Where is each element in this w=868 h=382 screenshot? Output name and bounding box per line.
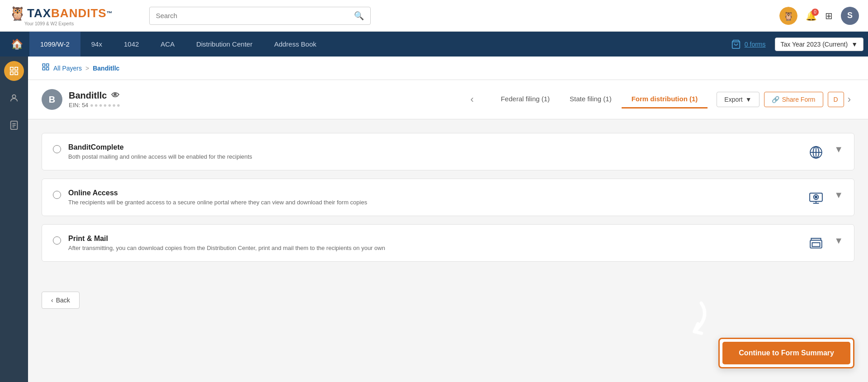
- continue-form-summary-button[interactable]: Continue to Form Summary: [722, 342, 850, 364]
- notification-badge: 0: [811, 9, 819, 16]
- svg-point-24: [815, 196, 817, 198]
- banditcomplete-expand-button[interactable]: ▼: [834, 144, 843, 155]
- breadcrumb-current: Banditllc: [93, 65, 119, 72]
- svg-rect-6: [15, 72, 18, 75]
- top-right-actions: 🦉 🔔 0 ⊞ S: [779, 7, 859, 25]
- nav-item-aca[interactable]: ACA: [150, 32, 185, 57]
- nav-home-button[interactable]: 🏠: [5, 32, 29, 57]
- dist-option-print-mail: Print & Mail After transmitting, you can…: [42, 224, 854, 262]
- nav-item-94x[interactable]: 94x: [80, 32, 113, 57]
- print-mail-radio[interactable]: [53, 236, 61, 245]
- navigation-bar: 🏠 1099/W-2 94x 1042 ACA Distribution Cen…: [0, 32, 868, 57]
- continue-form-summary-area: Continue to Form Summary: [718, 338, 854, 368]
- sidebar: [0, 57, 28, 382]
- svg-rect-14: [42, 68, 45, 70]
- payer-name: Banditllc 👁: [69, 90, 467, 101]
- svg-rect-13: [47, 64, 49, 66]
- svg-rect-5: [10, 72, 13, 75]
- next-arrow-button[interactable]: ›: [844, 92, 854, 107]
- print-mail-title: Print & Mail: [68, 235, 802, 243]
- breadcrumb-icon: [42, 63, 50, 73]
- distribution-content: BanditComplete Both postal mailing and o…: [28, 119, 868, 283]
- sidebar-item-dashboard[interactable]: [4, 61, 24, 81]
- online-access-expand-button[interactable]: ▼: [834, 190, 843, 200]
- payer-info: Banditllc 👁 EIN: 54 ●●●●●●●: [69, 90, 467, 108]
- back-arrow-icon: ‹: [51, 297, 53, 304]
- share-icon: 🔗: [772, 96, 779, 103]
- breadcrumb-all-payers[interactable]: All Payers: [53, 65, 82, 72]
- avatar[interactable]: S: [841, 7, 859, 25]
- print-mail-desc: After transmitting, you can download cop…: [68, 245, 802, 251]
- print-mail-icon: [809, 236, 823, 251]
- nav-item-distribution[interactable]: Distribution Center: [185, 32, 263, 57]
- sidebar-item-docs[interactable]: [4, 115, 24, 135]
- banditcomplete-radio[interactable]: [53, 145, 61, 153]
- main-content: All Payers > Banditllc B Banditllc 👁 EIN…: [28, 57, 868, 382]
- year-label: Tax Year 2023 (Current): [781, 41, 848, 48]
- sidebar-item-user[interactable]: [4, 88, 24, 108]
- search-bar[interactable]: 🔍: [149, 7, 371, 25]
- online-access-icon: [809, 191, 823, 205]
- share-form-button[interactable]: 🔗 Share Form: [764, 92, 823, 107]
- year-chevron-icon: ▼: [851, 41, 858, 48]
- payer-ein: EIN: 54 ●●●●●●●: [69, 102, 467, 108]
- prev-arrow-button[interactable]: ‹: [467, 92, 477, 107]
- export-button[interactable]: Export ▼: [717, 92, 759, 107]
- svg-rect-3: [10, 67, 13, 70]
- banditcomplete-title: BanditComplete: [68, 143, 802, 151]
- cart-label: 0 forms: [745, 41, 766, 48]
- user-profile-icon[interactable]: 🦉: [779, 7, 797, 25]
- online-access-title: Online Access: [68, 189, 802, 197]
- payer-avatar: B: [42, 89, 62, 110]
- svg-rect-12: [42, 64, 45, 66]
- tab-actions: Export ▼ 🔗 Share Form D: [717, 92, 844, 107]
- breadcrumb: All Payers > Banditllc: [28, 57, 868, 80]
- nav-item-1099w2[interactable]: 1099/W-2: [29, 32, 80, 57]
- download-button[interactable]: D: [828, 92, 844, 107]
- notifications-button[interactable]: 🔔 0: [806, 10, 817, 21]
- tab-federal-filing[interactable]: Federal filing (1): [491, 90, 560, 108]
- banditcomplete-desc: Both postal mailing and online access wi…: [68, 153, 802, 160]
- online-access-radio[interactable]: [53, 191, 61, 199]
- back-button[interactable]: ‹ Back: [42, 292, 80, 309]
- tab-state-filing[interactable]: State filing (1): [560, 90, 622, 108]
- layout: All Payers > Banditllc B Banditllc 👁 EIN…: [0, 57, 868, 382]
- search-icon[interactable]: 🔍: [354, 11, 364, 21]
- top-bar: 🦉 TAX BANDITS ™ Your 1099 & W2 Experts 🔍…: [0, 0, 868, 32]
- banditcomplete-icon: [809, 145, 823, 160]
- tabs-nav: Federal filing (1) State filing (1) Form…: [491, 90, 708, 108]
- svg-rect-15: [47, 68, 49, 70]
- tab-form-distribution[interactable]: Form distribution (1): [622, 90, 708, 108]
- online-access-desc: The recipients will be granted access to…: [68, 199, 802, 206]
- banditcomplete-info: BanditComplete Both postal mailing and o…: [68, 143, 802, 160]
- ein-masked: ●●●●●●●: [90, 102, 121, 108]
- online-access-info: Online Access The recipients will be gra…: [68, 189, 802, 206]
- print-mail-expand-button[interactable]: ▼: [834, 236, 843, 246]
- search-input[interactable]: [156, 12, 354, 19]
- svg-point-7: [12, 95, 15, 98]
- svg-rect-26: [812, 243, 820, 247]
- nav-item-1042[interactable]: 1042: [113, 32, 150, 57]
- logo: 🦉 TAX BANDITS ™ Your 1099 & W2 Experts: [9, 5, 113, 26]
- svg-text:🦉: 🦉: [783, 11, 794, 21]
- year-selector[interactable]: Tax Year 2023 (Current) ▼: [775, 38, 864, 51]
- nav-item-address[interactable]: Address Book: [263, 32, 327, 57]
- apps-grid-button[interactable]: ⊞: [825, 10, 833, 21]
- breadcrumb-separator: >: [85, 65, 89, 72]
- bottom-bar: ‹ Back: [28, 283, 868, 317]
- print-mail-info: Print & Mail After transmitting, you can…: [68, 235, 802, 251]
- dist-option-online-access: Online Access The recipients will be gra…: [42, 179, 854, 216]
- dist-option-banditcomplete: BanditComplete Both postal mailing and o…: [42, 133, 854, 170]
- payer-section: B Banditllc 👁 EIN: 54 ●●●●●●● ‹ Federal …: [28, 80, 868, 119]
- svg-rect-4: [15, 67, 18, 70]
- cart-button[interactable]: 0 forms: [731, 39, 766, 49]
- export-chevron-icon: ▼: [745, 96, 752, 103]
- eye-icon[interactable]: 👁: [111, 91, 119, 100]
